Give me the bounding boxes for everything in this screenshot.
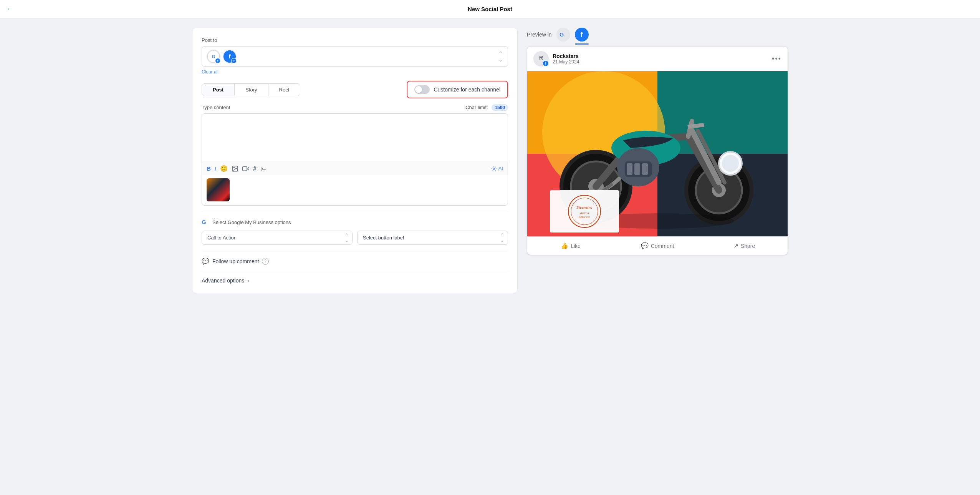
fb-post-date: 21 May 2024 <box>553 59 768 65</box>
svg-text:G: G <box>560 32 564 38</box>
right-panel: Preview in G f R <box>527 28 788 293</box>
customize-toggle[interactable] <box>414 85 430 94</box>
gmb-header: G Select Google My Business options <box>202 218 508 226</box>
fb-avatar-wrap: R f <box>533 51 549 66</box>
svg-rect-25 <box>642 163 648 175</box>
fb-share-btn[interactable]: ↗ Share <box>701 238 788 253</box>
gmb-icon: G <box>202 218 209 226</box>
svg-point-29 <box>722 155 739 172</box>
followup-label: Follow up comment <box>212 258 259 264</box>
fb-comment-btn[interactable]: 💬 Comment <box>614 238 701 253</box>
page-title: New Social Post <box>468 6 512 12</box>
gmb-dropdowns: Call to Action ⌃⌄ Select button label ⌃⌄ <box>202 231 508 245</box>
call-to-action-select-wrap: Call to Action ⌃⌄ <box>202 231 353 245</box>
followup-header: 💬 Follow up comment ? <box>202 257 508 265</box>
emoji-icon[interactable]: 🙂 <box>220 165 228 172</box>
image-preview-wrap <box>202 175 508 205</box>
svg-text:G: G <box>202 219 206 225</box>
fb-actions: 👍 Like 💬 Comment ↗ Share <box>527 236 788 255</box>
video-icon[interactable] <box>242 165 249 172</box>
svg-rect-24 <box>634 163 640 175</box>
fb-preview-btn[interactable]: f <box>575 28 589 42</box>
svg-text:SERVICE: SERVICE <box>579 216 590 219</box>
ai-label: AI <box>498 166 503 171</box>
fb-page-name: Rockstars <box>553 53 768 59</box>
divider-2 <box>202 251 508 251</box>
followup-section: 💬 Follow up comment ? <box>202 257 508 265</box>
preview-header: Preview in G f <box>527 28 788 42</box>
advanced-chevron: › <box>247 277 249 284</box>
svg-marker-2 <box>247 167 249 170</box>
fb-post-preview: R f Rockstars 21 May 2024 ••• <box>527 46 788 255</box>
tab-story[interactable]: Story <box>235 84 268 96</box>
svg-rect-23 <box>627 163 632 175</box>
svg-point-4 <box>493 168 495 169</box>
call-to-action-select[interactable]: Call to Action <box>202 231 353 245</box>
share-label: Share <box>741 243 755 249</box>
like-label: Like <box>571 243 581 249</box>
gmb-preview-icon: G <box>560 31 567 38</box>
char-limit-value: 1500 <box>492 104 508 111</box>
divider-1 <box>202 212 508 212</box>
fb-like-btn[interactable]: 👍 Like <box>527 238 614 253</box>
svg-text:Steenstra: Steenstra <box>577 205 593 209</box>
comment-label: Comment <box>651 243 674 249</box>
svg-rect-31 <box>550 190 619 233</box>
gmb-preview-btn[interactable]: G <box>556 28 570 42</box>
comment-icon: 💬 <box>202 257 209 265</box>
left-panel: Post to G f f f ⌃⌄ Clear all <box>192 28 518 293</box>
toolbar-left: B I 🙂 # 🏷 <box>207 165 267 172</box>
image-icon[interactable] <box>232 165 238 172</box>
content-type-tabs: Post Story Reel <box>202 83 300 96</box>
top-header: ← New Social Post <box>0 0 980 18</box>
post-to-label: Post to <box>202 37 508 43</box>
hashtag-icon[interactable]: # <box>253 165 257 172</box>
type-content-label: Type content <box>202 105 230 110</box>
fb-image-container: Steenstra MOTOR SERVICE <box>527 71 788 236</box>
channel-selector-chevron: ⌃⌄ <box>498 50 503 63</box>
type-content-header: Type content Char limit: 1500 <box>202 105 508 110</box>
customize-toggle-wrap: Customize for each channel <box>407 81 508 98</box>
back-button[interactable]: ← <box>6 5 13 13</box>
bold-icon[interactable]: B <box>207 165 211 172</box>
comment-action-icon: 💬 <box>641 242 649 249</box>
char-limit: Char limit: 1500 <box>465 105 508 110</box>
button-label-select-wrap: Select button label ⌃⌄ <box>357 231 508 245</box>
tab-post[interactable]: Post <box>202 84 235 96</box>
fb-more-btn[interactable]: ••• <box>772 55 781 63</box>
preview-in-label: Preview in <box>527 32 552 38</box>
svg-point-1 <box>233 167 234 168</box>
fb-post-info: Rockstars 21 May 2024 <box>553 53 768 65</box>
content-type-row: Post Story Reel Customize for each chann… <box>202 81 508 98</box>
image-thumbnail[interactable] <box>207 178 230 201</box>
motorcycle-image: Steenstra MOTOR SERVICE <box>527 71 788 236</box>
channel-selector[interactable]: G f f f ⌃⌄ <box>202 46 508 67</box>
fb-post-header: R f Rockstars 21 May 2024 ••• <box>527 47 788 71</box>
gmb-section: G Select Google My Business options Call… <box>202 218 508 245</box>
advanced-section[interactable]: Advanced options › <box>202 277 508 284</box>
like-icon: 👍 <box>561 242 568 249</box>
ai-button[interactable]: AI <box>491 166 503 172</box>
gmb-channel-icon: G f <box>207 50 220 63</box>
italic-icon[interactable]: I <box>215 165 216 172</box>
followup-help-icon[interactable]: ? <box>262 258 269 265</box>
main-layout: Post to G f f f ⌃⌄ Clear all <box>183 18 797 302</box>
svg-text:MOTOR: MOTOR <box>579 212 589 215</box>
share-icon: ↗ <box>733 242 738 249</box>
tag-icon[interactable]: 🏷 <box>260 165 267 172</box>
toolbar-row: B I 🙂 # 🏷 AI <box>202 161 508 175</box>
divider-3 <box>202 271 508 271</box>
svg-text:R: R <box>539 55 543 61</box>
content-textarea[interactable] <box>202 114 508 160</box>
gmb-label: Select Google My Business options <box>212 219 291 225</box>
clear-all-link[interactable]: Clear all <box>202 69 508 75</box>
svg-rect-3 <box>243 166 247 171</box>
tab-reel[interactable]: Reel <box>268 84 300 96</box>
button-label-select[interactable]: Select button label <box>357 231 508 245</box>
content-textarea-wrap: B I 🙂 # 🏷 AI <box>202 113 508 206</box>
fb-channel-icon: f f <box>223 50 237 63</box>
back-icon: ← <box>6 5 13 13</box>
customize-label: Customize for each channel <box>434 86 500 93</box>
fb-avatar-badge: f <box>543 60 549 66</box>
advanced-label: Advanced options <box>202 277 244 284</box>
